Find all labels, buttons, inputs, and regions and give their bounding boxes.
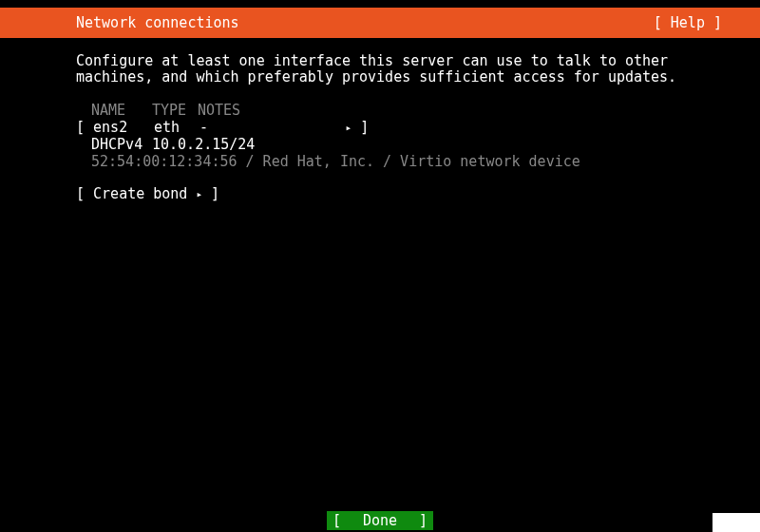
iface-info-row: 52:54:00:12:34:56 / Red Hat, Inc. / Virt… (91, 153, 684, 170)
create-bond-button[interactable]: [ Create bond ▸ ] (76, 185, 684, 202)
help-button[interactable]: [ Help ] (654, 14, 722, 31)
done-button[interactable]: [ Done ] (327, 511, 433, 530)
bracket-close: ] (419, 511, 428, 530)
bracket-open: [ (332, 511, 341, 530)
cursor-block (712, 513, 760, 532)
bracket-close: ] (211, 185, 219, 202)
col-header-name: NAME (91, 102, 152, 119)
iface-detail-row: DHCPv410.0.2.15/24 (91, 136, 684, 153)
footer-bar: [ Done ] (0, 509, 760, 532)
table-header: NAMETYPENOTES (91, 102, 684, 119)
create-bond-label: Create bond (93, 185, 187, 202)
chevron-right-icon: ▸ (196, 188, 202, 200)
description-text: Configure at least one interface this se… (76, 53, 684, 86)
bracket-close: ] (360, 119, 369, 136)
bracket-open: [ (76, 119, 85, 136)
iface-type: eth (154, 119, 200, 136)
iface-ip: 10.0.2.15/24 (152, 136, 255, 153)
chevron-right-icon: ▸ (346, 122, 352, 134)
col-header-type: TYPE (152, 102, 198, 119)
iface-name: ens2 (93, 119, 154, 136)
header-bar: Network connections [ Help ] (0, 8, 760, 38)
page-title: Network connections (76, 14, 239, 31)
interface-row[interactable]: [ ens2eth- ▸ ] (76, 119, 684, 136)
dhcp-label: DHCPv4 (91, 136, 152, 153)
col-header-notes: NOTES (198, 102, 240, 119)
iface-notes: - (200, 119, 208, 136)
content-area: Configure at least one interface this se… (0, 38, 760, 202)
done-label: Done (363, 511, 397, 530)
bracket-open: [ (76, 185, 85, 202)
